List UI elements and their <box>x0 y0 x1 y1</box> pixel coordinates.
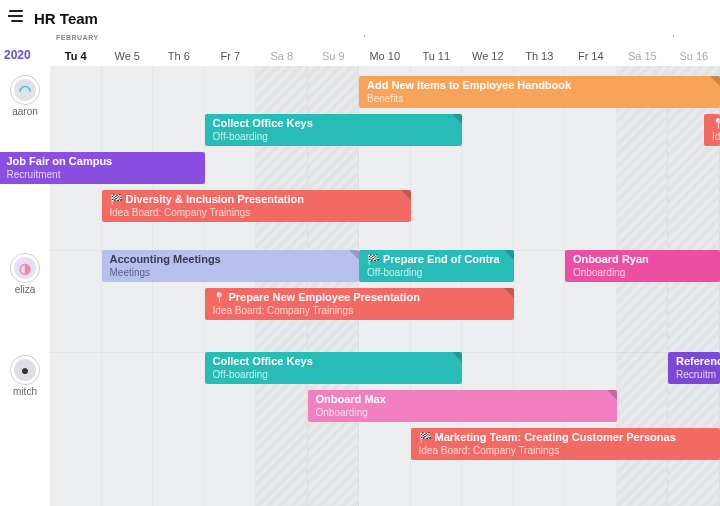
task-bar[interactable]: Job Fair on CampusRecruitment <box>0 152 205 184</box>
task-bar[interactable]: Prepare End of ContraOff-boarding <box>359 250 514 282</box>
task-subtitle: Recruitm <box>676 369 716 380</box>
task-title: Prepare End of Contra <box>367 253 506 266</box>
member-row: ◠aaronAdd New Items to Employee Handbook… <box>0 72 720 242</box>
task-subtitle: Idea Board: Company Trainings <box>110 207 251 218</box>
day-header[interactable]: ʼSu 16 <box>668 32 720 66</box>
day-header[interactable]: Su 9 <box>308 32 360 66</box>
task-bar[interactable]: Add New Items to Employee HandbookBenefi… <box>359 76 720 108</box>
task-bar[interactable]: NewIdea Boa <box>704 114 720 146</box>
task-subtitle: Off-boarding <box>213 369 268 380</box>
task-bar[interactable]: Collect Office KeysOff-boarding <box>205 352 463 384</box>
day-header[interactable]: FEBRUARYTu 4 <box>50 32 102 66</box>
avatar[interactable]: ◠ <box>11 76 39 104</box>
day-header[interactable]: Tu 11 <box>411 32 463 66</box>
task-title: Collect Office Keys <box>213 355 455 368</box>
task-subtitle: Meetings <box>110 267 151 278</box>
day-header[interactable]: Fr 14 <box>565 32 617 66</box>
member-eliza[interactable]: ◑eliza <box>0 254 50 295</box>
year-label: 2020 <box>0 32 50 66</box>
day-header[interactable]: ʼMo 10 <box>359 32 411 66</box>
task-subtitle: Benefits <box>367 93 403 104</box>
task-bar[interactable]: Onboard RyanOnboarding <box>565 250 720 282</box>
task-title: Accounting Meetings <box>110 253 352 266</box>
task-title: Collect Office Keys <box>213 117 455 130</box>
task-title: Prepare New Employee Presentation <box>213 291 506 304</box>
task-subtitle: Off-boarding <box>213 131 268 142</box>
day-header[interactable]: We 12 <box>462 32 514 66</box>
menu-icon[interactable] <box>8 9 24 27</box>
task-bar[interactable]: Collect Office KeysOff-boarding <box>205 114 463 146</box>
member-aaron[interactable]: ◠aaron <box>0 76 50 117</box>
avatar[interactable]: ◑ <box>11 254 39 282</box>
task-subtitle: Idea Boa <box>712 131 720 142</box>
day-header[interactable]: Sa 15 <box>617 32 669 66</box>
task-subtitle: Recruitment <box>7 169 61 180</box>
task-bar[interactable]: Accounting MeetingsMeetings <box>102 250 360 282</box>
day-header[interactable]: We 5 <box>102 32 154 66</box>
task-subtitle: Off-boarding <box>367 267 422 278</box>
member-row: ◑elizaAccounting MeetingsMeetingsPrepare… <box>0 250 720 344</box>
member-name: mitch <box>13 386 37 397</box>
task-title: Referenc <box>676 355 712 368</box>
task-subtitle: Onboarding <box>573 267 625 278</box>
task-subtitle: Onboarding <box>316 407 368 418</box>
day-header[interactable]: Fr 7 <box>205 32 257 66</box>
task-title: Onboard Ryan <box>573 253 712 266</box>
task-title: Marketing Team: Creating Customer Person… <box>419 431 712 444</box>
page-title: HR Team <box>34 10 98 27</box>
task-title: Add New Items to Employee Handbook <box>367 79 712 92</box>
task-bar[interactable]: Prepare New Employee PresentationIdea Bo… <box>205 288 514 320</box>
avatar[interactable]: ● <box>11 356 39 384</box>
day-header[interactable]: Th 6 <box>153 32 205 66</box>
task-bar[interactable]: Marketing Team: Creating Customer Person… <box>411 428 720 460</box>
task-bar[interactable]: ReferencRecruitm <box>668 352 720 384</box>
day-header[interactable]: Sa 8 <box>256 32 308 66</box>
calendar-header: 2020FEBRUARYTu 4We 5Th 6Fr 7Sa 8Su 9ʼMo … <box>0 32 720 66</box>
day-header[interactable]: Th 13 <box>514 32 566 66</box>
task-bar[interactable]: Onboard MaxOnboarding <box>308 390 617 422</box>
member-row: ●mitchCollect Office KeysOff-boardingRef… <box>0 352 720 482</box>
calendar-body: ◠aaronAdd New Items to Employee Handbook… <box>0 66 720 506</box>
task-title: Diversity & Inclusion Presentation <box>110 193 403 206</box>
member-mitch[interactable]: ●mitch <box>0 356 50 397</box>
task-title: Job Fair on Campus <box>7 155 197 168</box>
task-subtitle: Idea Board: Company Trainings <box>419 445 560 456</box>
month-label: FEBRUARY <box>56 34 99 41</box>
task-title: Onboard Max <box>316 393 609 406</box>
member-name: aaron <box>12 106 38 117</box>
task-bar[interactable]: Diversity & Inclusion PresentationIdea B… <box>102 190 411 222</box>
task-subtitle: Idea Board: Company Trainings <box>213 305 354 316</box>
member-name: eliza <box>15 284 36 295</box>
